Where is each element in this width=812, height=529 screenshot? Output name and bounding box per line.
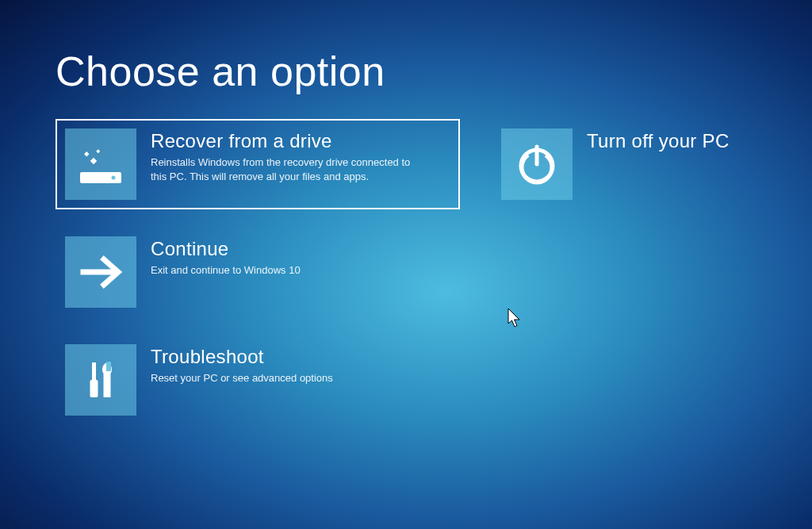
option-description: Exit and continue to Windows 10 — [151, 263, 301, 278]
option-title: Turn off your PC — [587, 130, 730, 152]
option-continue[interactable]: Continue Exit and continue to Windows 10 — [56, 227, 460, 317]
options-grid: Recover from a drive Reinstalls Windows … — [56, 119, 756, 425]
page-title: Choose an option — [56, 48, 756, 95]
recover-drive-icon — [65, 128, 136, 200]
svg-rect-2 — [90, 158, 97, 164]
option-text: Recover from a drive Reinstalls Windows … — [151, 128, 420, 184]
svg-rect-3 — [84, 151, 89, 156]
svg-rect-10 — [90, 380, 98, 397]
option-description: Reset your PC or see advanced options — [151, 371, 333, 385]
option-title: Recover from a drive — [151, 130, 420, 152]
option-title: Troubleshoot — [151, 346, 333, 368]
svg-point-1 — [112, 176, 116, 180]
svg-rect-11 — [106, 362, 111, 371]
power-icon — [501, 128, 573, 200]
option-troubleshoot[interactable]: Troubleshoot Reset your PC or see advanc… — [56, 335, 460, 425]
option-description: Reinstalls Windows from the recovery dri… — [151, 155, 420, 184]
tools-icon — [65, 344, 136, 416]
arrow-right-icon — [65, 236, 136, 308]
option-turn-off-pc[interactable]: Turn off your PC — [492, 119, 809, 209]
option-recover-from-drive[interactable]: Recover from a drive Reinstalls Windows … — [56, 119, 460, 209]
option-text: Continue Exit and continue to Windows 10 — [151, 236, 301, 278]
svg-rect-4 — [96, 149, 100, 153]
option-text: Turn off your PC — [587, 128, 730, 155]
svg-rect-9 — [92, 362, 96, 380]
option-title: Continue — [151, 238, 301, 260]
option-text: Troubleshoot Reset your PC or see advanc… — [151, 344, 333, 385]
